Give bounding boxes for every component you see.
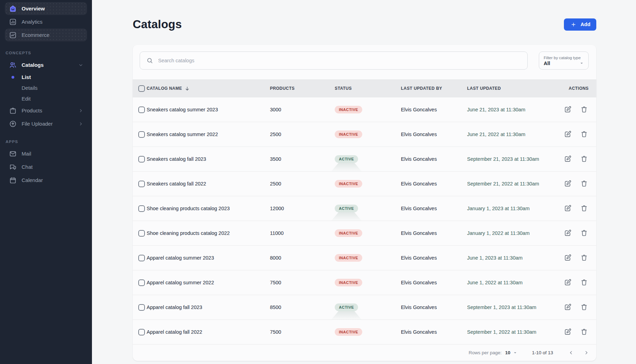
edit-icon [564,229,572,237]
products-count: 2500 [270,132,335,137]
sidebar-item-label: Calendar [22,177,43,183]
add-button[interactable]: Add [564,18,596,31]
sidebar-item-analytics[interactable]: Analytics [5,15,87,28]
edit-button[interactable] [564,105,572,114]
previous-page-button[interactable] [567,349,575,357]
row-checkbox[interactable] [138,304,145,311]
edit-button[interactable] [564,155,572,163]
users-icon [9,61,17,69]
sidebar-item-chat[interactable]: Chat [5,160,87,173]
sidebar-item-calendar[interactable]: Calendar [5,174,87,187]
row-checkbox[interactable] [138,230,145,237]
edit-button[interactable] [564,180,572,188]
edit-icon [564,303,572,311]
status-badge: INACTIVE [335,106,362,113]
products-count: 12000 [270,206,335,211]
column-header-last-updated-by: LAST UPDATED BY [401,86,467,91]
row-checkbox[interactable] [138,329,145,335]
edit-button[interactable] [564,229,572,237]
status-badge: INACTIVE [335,254,362,262]
table-row: Apparel catalog fall 2022 7500 INACTIVE … [133,320,596,345]
delete-button[interactable] [580,105,589,114]
sidebar-item-mail[interactable]: Mail [5,147,87,160]
sidebar-subitem-details[interactable]: Details [5,82,87,93]
trash-icon [580,155,588,163]
delete-button[interactable] [580,278,589,287]
sidebar-item-ecommerce[interactable]: Ecommerce [5,29,87,41]
delete-button[interactable] [580,204,589,213]
edit-button[interactable] [564,328,572,336]
delete-button[interactable] [580,254,589,262]
delete-button[interactable] [580,130,589,139]
rows-per-page-value: 10 [505,350,510,355]
rows-per-page-select[interactable]: 10 [505,350,517,355]
sidebar-subitem-list[interactable]: List [5,72,87,82]
row-checkbox[interactable] [138,156,145,163]
row-checkbox[interactable] [138,279,145,286]
sidebar-item-file-uploader[interactable]: File Uploader [5,117,87,130]
trash-icon [580,254,588,261]
select-all-checkbox[interactable] [138,85,145,92]
edit-button[interactable] [564,278,572,287]
bar-chart-icon [9,18,17,26]
edit-button[interactable] [564,204,572,213]
delete-button[interactable] [580,155,589,163]
sidebar-subitem-label: List [22,74,31,80]
row-checkbox[interactable] [138,255,145,261]
row-checkbox[interactable] [138,205,145,212]
table-row: Sneakers catalog summer 2023 3000 INACTI… [133,97,596,122]
sidebar-item-products[interactable]: Products [5,104,87,117]
products-count: 8000 [270,255,335,261]
search-input[interactable] [158,58,521,63]
chevron-right-icon [78,121,84,127]
column-header-catalog-name[interactable]: CATALOG NAME [147,86,270,91]
delete-button[interactable] [580,328,589,336]
sidebar-item-overview[interactable]: Overview [5,2,87,15]
edit-icon [564,328,572,335]
sidebar-subitem-edit[interactable]: Edit [5,93,87,104]
last-updated: January 1, 2022 at 11:30am [467,230,557,236]
delete-button[interactable] [580,303,589,311]
last-updated: January 1, 2023 at 11:30am [467,206,557,211]
pagination-range: 1-10 of 13 [532,350,553,355]
chat-icon [9,163,17,171]
edit-icon [564,204,572,212]
last-updated-by: Elvis Goncalves [401,280,467,285]
next-page-button[interactable] [582,349,590,357]
sidebar-nav: OverviewAnalyticsEcommerceConceptsCatalo… [5,2,87,187]
table-row: Shoe cleaning products catalog 2023 1200… [133,196,596,221]
row-checkbox[interactable] [138,131,145,138]
last-updated: September 21, 2023 at 11:30am [467,156,557,162]
row-checkbox[interactable] [138,106,145,113]
delete-button[interactable] [580,229,589,237]
last-updated-by: Elvis Goncalves [401,156,467,162]
table-row: Apparel catalog summer 2023 8000 INACTIV… [133,246,596,270]
catalog-name: Sneakers catalog fall 2022 [147,181,270,187]
status-badge: INACTIVE [335,328,362,336]
delete-button[interactable] [580,180,589,188]
page-title: Catalogs [133,18,182,31]
last-updated-by: Elvis Goncalves [401,304,467,310]
last-updated-by: Elvis Goncalves [401,230,467,236]
catalog-name: Sneakers catalog summer 2023 [147,107,270,112]
catalog-type-filter[interactable]: Filter by catalog type All [539,52,589,70]
edit-button[interactable] [564,254,572,262]
sidebar-item-label: Overview [22,6,45,11]
trash-icon [580,105,588,113]
column-header-actions: ACTIONS [557,86,589,91]
sidebar-item-catalogs[interactable]: Catalogs [5,58,87,71]
edit-icon [564,105,572,113]
calendar-icon [9,176,17,184]
edit-button[interactable] [564,130,572,139]
last-updated: September 1, 2023 at 11:30am [467,304,557,310]
last-updated-by: Elvis Goncalves [401,132,467,137]
mail-icon [9,150,17,158]
sidebar-item-label: Catalogs [22,62,44,68]
catalog-name: Apparel catalog summer 2022 [147,280,270,285]
last-updated: June 1, 2022 at 11:30am [467,280,557,285]
edit-button[interactable] [564,303,572,311]
edit-icon [564,278,572,286]
table-body: Sneakers catalog summer 2023 3000 INACTI… [133,97,596,345]
sidebar-item-label: Ecommerce [22,32,49,38]
row-checkbox[interactable] [138,181,145,187]
